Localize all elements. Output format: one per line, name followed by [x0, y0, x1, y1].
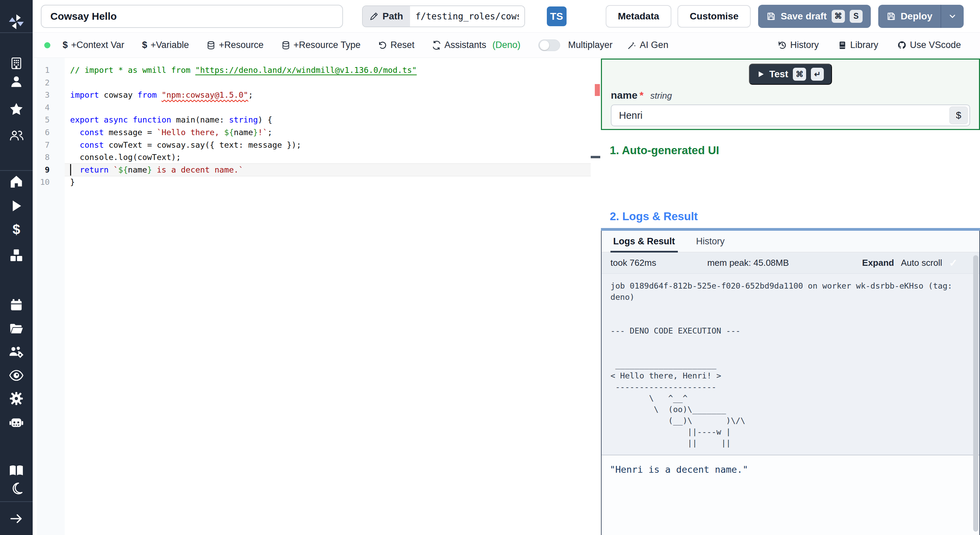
reset-label: Reset: [390, 40, 414, 50]
chevron-down-icon: [948, 12, 957, 21]
path-input[interactable]: [410, 6, 524, 27]
resources-cubes-icon[interactable]: [0, 248, 33, 264]
editor-toolbar: $ +Context Var $ +Variable +Resource +Re…: [33, 33, 980, 58]
mem-peak: mem peak: 45.08MB: [707, 258, 789, 268]
history-clock-icon: [778, 41, 787, 50]
text-cursor: [70, 164, 71, 176]
tab-logs-result[interactable]: Logs & Result: [613, 231, 675, 252]
sidebar-divider: [0, 170, 33, 171]
sidebar: $: [0, 0, 33, 535]
logs-box: Logs & Result History took 762ms mem pea…: [601, 231, 980, 535]
history-button[interactable]: History: [778, 40, 819, 50]
library-button[interactable]: Library: [838, 40, 878, 50]
log-output: job 0189d64f-812b-525e-f020-652bd9da1100…: [601, 274, 979, 455]
docs-book-icon[interactable]: [0, 463, 33, 479]
save-draft-button[interactable]: Save draft ⌘ S: [758, 5, 870, 28]
audit-logs-eye-icon[interactable]: [0, 368, 33, 383]
book-icon: [838, 41, 846, 50]
add-resource-label: +Resource: [219, 40, 263, 50]
insert-variable-button[interactable]: $: [950, 107, 968, 124]
windmill-logo[interactable]: [0, 13, 33, 30]
status-dot: [44, 42, 50, 48]
add-variable-label: +Variable: [150, 40, 189, 50]
field-name: name: [611, 89, 637, 101]
schedules-calendar-icon[interactable]: [0, 298, 33, 313]
refresh-icon: [432, 41, 441, 50]
use-vscode-label: Use VScode: [910, 40, 961, 50]
script-title-input[interactable]: [41, 5, 343, 28]
run-duration: took 762ms: [611, 258, 656, 268]
multiplayer-label: Multiplayer: [568, 40, 613, 50]
check-icon: ✓: [949, 257, 958, 269]
settings-gear-icon[interactable]: [0, 391, 33, 406]
pencil-icon: [369, 12, 379, 21]
add-resource-type-button[interactable]: +Resource Type: [282, 40, 361, 50]
add-resource-button[interactable]: +Resource: [207, 40, 263, 50]
groups-users-icon[interactable]: [0, 127, 33, 143]
test-label: Test: [769, 69, 788, 80]
add-variable-button[interactable]: $ +Variable: [142, 40, 189, 50]
code-lines[interactable]: // import * as wmill from "https://deno.…: [70, 64, 417, 188]
folders-icon[interactable]: [0, 321, 33, 337]
favorites-star-icon[interactable]: [0, 102, 33, 117]
code-editor[interactable]: 12345678910 // import * as wmill from "h…: [33, 58, 601, 535]
assistants-label: Assistants: [444, 40, 486, 50]
ai-gen-label: AI Gen: [640, 40, 668, 50]
save-icon: [766, 11, 776, 21]
path-button-label: Path: [382, 11, 403, 22]
kbd-s: S: [850, 10, 862, 23]
expand-arrow-icon[interactable]: [0, 511, 33, 526]
variables-dollar-icon[interactable]: $: [0, 222, 33, 237]
line-numbers: 12345678910: [37, 64, 65, 188]
scrollbar-cursor-marker: [591, 156, 600, 158]
magic-wand-icon: [627, 41, 636, 50]
customise-button[interactable]: Customise: [678, 5, 751, 27]
home-icon[interactable]: [0, 174, 33, 189]
runs-play-icon[interactable]: [0, 199, 33, 213]
user-icon[interactable]: [0, 74, 33, 89]
play-icon: [757, 70, 765, 78]
dark-mode-moon-icon[interactable]: [0, 481, 33, 496]
add-resource-type-label: +Resource Type: [294, 40, 361, 50]
reset-icon: [378, 41, 387, 50]
sidebar-divider: [0, 501, 33, 502]
path-group: Path: [362, 5, 525, 27]
deploy-dropdown[interactable]: [941, 12, 964, 21]
logs-scrollbar[interactable]: [973, 255, 978, 532]
groups-settings-icon[interactable]: [0, 344, 33, 360]
topbar: Path TS Metadata Customise Save draft ⌘ …: [33, 0, 980, 33]
auto-generated-ui-heading: 1. Auto-generated UI: [610, 144, 980, 156]
workspace-building-icon[interactable]: [0, 56, 33, 71]
deploy-button[interactable]: Deploy: [878, 5, 964, 28]
required-asterisk: *: [640, 89, 643, 101]
assistants-lang: (Deno): [492, 40, 520, 50]
tab-history[interactable]: History: [696, 231, 725, 252]
ai-robot-icon[interactable]: [0, 414, 33, 430]
assistants-button[interactable]: Assistants (Deno): [432, 40, 520, 50]
autoscroll-toggle[interactable]: Auto scroll: [901, 258, 942, 268]
add-context-var-button[interactable]: $ +Context Var: [63, 40, 124, 50]
save-draft-label: Save draft: [781, 11, 827, 22]
run-panel: Test ⌘ ↵ name * string $ 1. Auto-generat…: [601, 58, 980, 535]
name-input[interactable]: [613, 110, 950, 121]
database-icon: [282, 41, 290, 50]
ai-gen-button[interactable]: AI Gen: [627, 40, 668, 50]
deploy-label: Deploy: [901, 11, 932, 22]
database-icon: [207, 41, 215, 50]
panel-resize-handle[interactable]: [601, 228, 980, 231]
kbd-cmd: ⌘: [832, 10, 845, 23]
test-button[interactable]: Test ⌘ ↵: [749, 64, 832, 85]
expand-button[interactable]: Expand: [862, 258, 894, 268]
scrollbar-error-marker: [595, 84, 600, 96]
reset-button[interactable]: Reset: [378, 40, 414, 50]
history-label: History: [790, 40, 819, 50]
name-input-wrap: $: [611, 105, 970, 126]
metadata-button[interactable]: Metadata: [606, 5, 671, 27]
multiplayer-toggle[interactable]: [538, 40, 560, 51]
path-button[interactable]: Path: [363, 6, 410, 27]
result-output: "Henri is a decent name.": [601, 455, 979, 535]
use-vscode-button[interactable]: Use VScode: [897, 40, 961, 50]
github-icon: [897, 40, 907, 50]
field-label-row: name * string: [602, 89, 979, 101]
run-stats-row: took 762ms mem peak: 45.08MB Expand Auto…: [601, 253, 979, 274]
